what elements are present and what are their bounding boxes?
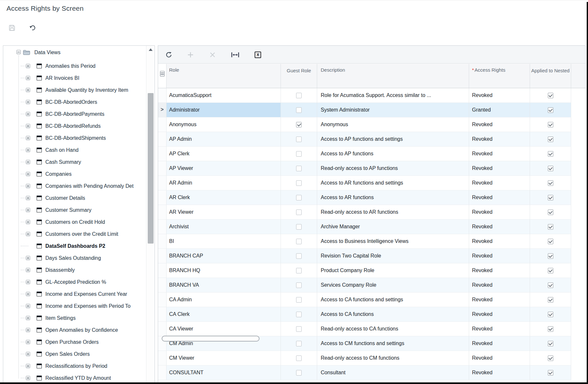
- applied-to-nested-cell[interactable]: [530, 220, 571, 234]
- expand-icon[interactable]: [26, 112, 30, 116]
- applied-to-nested-checkbox[interactable]: [548, 151, 553, 157]
- applied-to-nested-cell[interactable]: [530, 205, 571, 219]
- guest-role-checkbox[interactable]: [296, 370, 302, 376]
- role-cell[interactable]: BI: [167, 234, 281, 248]
- applied-to-nested-checkbox[interactable]: [548, 166, 553, 171]
- expand-icon[interactable]: [26, 280, 30, 284]
- guest-role-cell[interactable]: [281, 293, 317, 307]
- column-header-access-rights[interactable]: *Access Rights: [469, 64, 530, 88]
- grid-row[interactable]: CA ViewerRead-only access to CA function…: [158, 322, 571, 336]
- role-cell[interactable]: CA Clerk: [167, 307, 281, 321]
- role-cell[interactable]: AP Admin: [167, 132, 281, 146]
- guest-role-checkbox[interactable]: [296, 93, 302, 98]
- row-gutter[interactable]: [158, 205, 167, 219]
- applied-to-nested-checkbox[interactable]: [548, 195, 553, 200]
- tree-node[interactable]: BC-DB-AbortedShipments: [3, 132, 146, 144]
- description-cell[interactable]: Access to AR functions and settings: [317, 176, 469, 190]
- expand-icon[interactable]: [26, 220, 30, 224]
- expand-icon[interactable]: [26, 196, 30, 200]
- guest-role-checkbox[interactable]: [296, 137, 302, 142]
- tree-scrollbar-thumb[interactable]: [148, 93, 154, 244]
- description-cell[interactable]: Read-only access to AR functions: [317, 205, 469, 219]
- undo-button[interactable]: [27, 22, 39, 34]
- export-excel-button[interactable]: X: [251, 48, 265, 62]
- guest-role-cell[interactable]: [281, 161, 317, 175]
- tree-node[interactable]: Days Sales Outstanding: [3, 252, 146, 264]
- grid-row[interactable]: BIAccess to Business Intelligence ViewsR…: [158, 234, 571, 249]
- access-rights-cell[interactable]: Revoked: [469, 132, 530, 146]
- guest-role-checkbox[interactable]: [296, 166, 302, 171]
- access-rights-cell[interactable]: Revoked: [469, 205, 530, 219]
- access-rights-cell[interactable]: Revoked: [469, 117, 530, 132]
- tree-node[interactable]: Income and Expenses Current Year: [3, 288, 146, 300]
- expand-icon[interactable]: [26, 340, 30, 344]
- applied-to-nested-checkbox[interactable]: [548, 224, 553, 230]
- add-row-button[interactable]: [184, 48, 197, 62]
- guest-role-cell[interactable]: [281, 307, 317, 321]
- row-gutter[interactable]: [158, 249, 167, 263]
- role-cell[interactable]: AR Viewer: [167, 205, 281, 219]
- guest-role-checkbox[interactable]: [296, 122, 302, 127]
- guest-role-cell[interactable]: [281, 103, 317, 117]
- access-rights-cell[interactable]: Revoked: [469, 88, 530, 102]
- guest-role-cell[interactable]: [281, 117, 317, 132]
- row-gutter[interactable]: [158, 234, 167, 248]
- row-gutter[interactable]: [158, 307, 167, 321]
- applied-to-nested-cell[interactable]: [530, 322, 571, 336]
- grid-row[interactable]: AP AdminAccess to AP functions and setti…: [158, 132, 571, 147]
- row-gutter[interactable]: [158, 263, 167, 278]
- grid-row[interactable]: AR ViewerRead-only access to AR function…: [158, 205, 571, 220]
- row-gutter[interactable]: [158, 190, 167, 205]
- access-rights-cell[interactable]: Revoked: [469, 147, 530, 161]
- tree-node[interactable]: Reclassifications by Period: [3, 360, 146, 372]
- grid-row[interactable]: CA ClerkAccess to CA functionsRevoked: [158, 307, 571, 322]
- expand-icon[interactable]: [26, 232, 30, 236]
- role-cell[interactable]: Archivist: [167, 220, 281, 234]
- applied-to-nested-cell[interactable]: [530, 176, 571, 190]
- guest-role-cell[interactable]: [281, 322, 317, 336]
- applied-to-nested-checkbox[interactable]: [548, 355, 553, 361]
- tree-node[interactable]: Companies: [3, 168, 146, 180]
- applied-to-nested-cell[interactable]: [530, 249, 571, 263]
- tree-node-data-views[interactable]: Data Views: [3, 46, 146, 58]
- grid-row[interactable]: AP ViewerRead-only access to AP function…: [158, 161, 571, 176]
- description-cell[interactable]: Access to CA functions: [317, 307, 469, 321]
- guest-role-checkbox[interactable]: [296, 341, 302, 346]
- description-cell[interactable]: Access to Business Intelligence Views: [317, 234, 469, 248]
- role-cell[interactable]: AR Admin: [167, 176, 281, 190]
- role-cell[interactable]: BRANCH VA: [167, 278, 281, 292]
- tree-node[interactable]: Customer Summary: [3, 204, 146, 216]
- tree-node[interactable]: Open Anomalies by Confidence: [3, 324, 146, 336]
- applied-to-nested-checkbox[interactable]: [548, 326, 553, 332]
- row-gutter[interactable]: [158, 278, 167, 292]
- tree-node[interactable]: GL-Accepted Prediction %: [3, 276, 146, 288]
- applied-to-nested-checkbox[interactable]: [548, 312, 553, 317]
- grid-row[interactable]: CA AdminAccess to CA functions and setti…: [158, 293, 571, 307]
- role-cell[interactable]: CM Viewer: [167, 351, 281, 365]
- applied-to-nested-cell[interactable]: [530, 190, 571, 205]
- row-gutter[interactable]: [158, 322, 167, 336]
- access-rights-cell[interactable]: Revoked: [469, 278, 530, 292]
- access-rights-cell[interactable]: Revoked: [469, 190, 530, 205]
- applied-to-nested-cell[interactable]: [530, 103, 571, 117]
- description-cell[interactable]: Access to AP functions and settings: [317, 132, 469, 146]
- applied-to-nested-checkbox[interactable]: [548, 107, 553, 113]
- guest-role-cell[interactable]: [281, 205, 317, 219]
- access-rights-cell[interactable]: Revoked: [469, 351, 530, 365]
- grid-row[interactable]: AnonymousAnonymousRevoked: [158, 117, 571, 132]
- grid-row[interactable]: BRANCH CAPRevision Two Capital RoleRevok…: [158, 249, 571, 263]
- grid-row[interactable]: BRANCH HQProduct Company RoleRevoked: [158, 263, 571, 278]
- save-button[interactable]: [6, 22, 18, 34]
- applied-to-nested-checkbox[interactable]: [548, 253, 553, 259]
- guest-role-checkbox[interactable]: [296, 151, 302, 157]
- row-gutter[interactable]: [158, 117, 167, 132]
- tree-node[interactable]: Available Quantity by Inventory Item: [3, 84, 146, 96]
- guest-role-cell[interactable]: [281, 336, 317, 351]
- description-cell[interactable]: Revision Two Capital Role: [317, 249, 469, 263]
- tree-node[interactable]: Item Settings: [3, 312, 146, 324]
- expand-icon[interactable]: [26, 136, 30, 140]
- description-cell[interactable]: Consultant: [317, 366, 469, 380]
- expand-icon[interactable]: [26, 148, 30, 152]
- role-cell[interactable]: BRANCH CAP: [167, 249, 281, 263]
- applied-to-nested-cell[interactable]: [530, 278, 571, 292]
